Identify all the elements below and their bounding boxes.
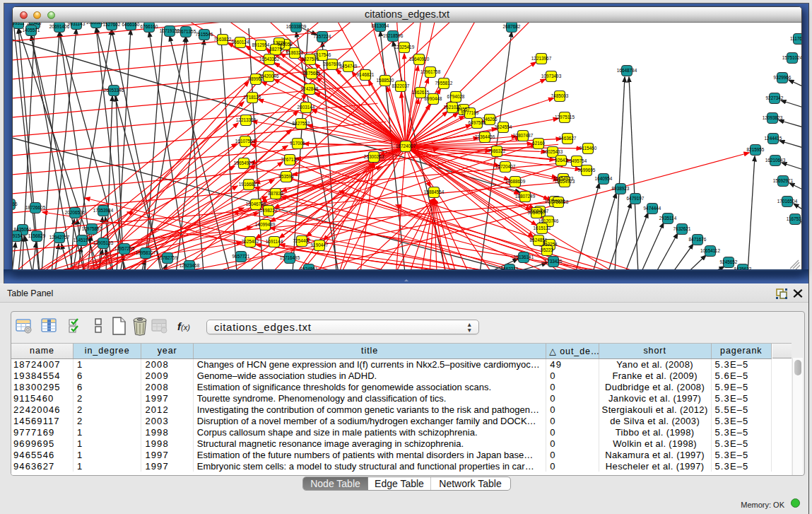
svg-text:1588520: 1588520 — [377, 78, 394, 83]
svg-text:38275: 38275 — [269, 47, 282, 52]
svg-text:8427552: 8427552 — [293, 121, 310, 126]
svg-text:1156829: 1156829 — [28, 233, 46, 238]
svg-text:8938923: 8938923 — [612, 186, 630, 191]
svg-text:7515546: 7515546 — [196, 32, 213, 37]
svg-text:12975115: 12975115 — [555, 115, 575, 119]
svg-text:20206536: 20206536 — [65, 210, 86, 215]
svg-text:2718126: 2718126 — [244, 95, 261, 100]
svg-text:15884554: 15884554 — [424, 189, 445, 194]
svg-text:8813054: 8813054 — [372, 23, 389, 28]
svg-text:252254: 252254 — [542, 242, 558, 247]
svg-text:10671355: 10671355 — [176, 29, 196, 34]
svg-text:9190447: 9190447 — [311, 243, 329, 247]
svg-text:8454749: 8454749 — [340, 64, 358, 69]
svg-text:9660124: 9660124 — [232, 40, 249, 45]
svg-text:989962: 989962 — [248, 76, 264, 81]
svg-text:1405571: 1405571 — [23, 28, 40, 33]
svg-text:39154: 39154 — [13, 233, 23, 238]
svg-text:15692971: 15692971 — [773, 178, 794, 183]
svg-text:16648784: 16648784 — [617, 68, 637, 73]
svg-text:9227342: 9227342 — [766, 95, 784, 100]
svg-text:92643: 92643 — [555, 158, 567, 163]
svg-text:18640910: 18640910 — [409, 57, 430, 62]
svg-text:14099489: 14099489 — [255, 222, 276, 227]
svg-text:1733426: 1733426 — [545, 259, 563, 264]
svg-text:1244415: 1244415 — [765, 136, 782, 141]
svg-text:8215955: 8215955 — [747, 147, 765, 152]
svg-text:16033809: 16033809 — [286, 24, 307, 29]
svg-text:746266: 746266 — [482, 117, 498, 122]
svg-text:10654112: 10654112 — [700, 248, 720, 253]
svg-text:1615132: 1615132 — [534, 226, 551, 230]
svg-text:1145194: 1145194 — [73, 238, 91, 243]
svg-text:9657721: 9657721 — [233, 254, 250, 259]
svg-text:18807249: 18807249 — [515, 194, 536, 199]
svg-text:1498222: 1498222 — [260, 208, 278, 213]
svg-text:21300263: 21300263 — [364, 154, 384, 159]
svg-text:15720407: 15720407 — [495, 164, 516, 169]
svg-text:7485003: 7485003 — [551, 93, 569, 98]
svg-text:10807487: 10807487 — [513, 133, 534, 138]
svg-text:8435061: 8435061 — [14, 227, 32, 232]
svg-text:953594: 953594 — [278, 174, 294, 179]
svg-text:21364436: 21364436 — [475, 134, 495, 139]
svg-text:18724007: 18724007 — [396, 144, 416, 148]
svg-text:12325419: 12325419 — [394, 45, 415, 49]
svg-text:12942757: 12942757 — [49, 235, 70, 240]
svg-text:10961758: 10961758 — [420, 69, 441, 74]
svg-text:9329966: 9329966 — [774, 75, 792, 80]
svg-text:1362615: 1362615 — [412, 90, 430, 95]
svg-text:9463627: 9463627 — [559, 136, 577, 141]
svg-text:9699695: 9699695 — [578, 168, 596, 173]
svg-text:2935114: 2935114 — [659, 216, 677, 221]
svg-text:7955812: 7955812 — [435, 81, 453, 86]
svg-text:16543362: 16543362 — [259, 57, 280, 62]
svg-text:8912954: 8912954 — [252, 42, 270, 47]
svg-text:15136141: 15136141 — [514, 255, 534, 259]
svg-text:19654923: 19654923 — [234, 160, 254, 165]
svg-text:2803144: 2803144 — [298, 105, 315, 110]
svg-text:6466160: 6466160 — [122, 23, 140, 27]
svg-text:13226: 13226 — [273, 40, 286, 45]
svg-text:99311: 99311 — [13, 23, 25, 25]
svg-text:887833: 887833 — [268, 191, 283, 196]
svg-text:7632621: 7632621 — [673, 226, 691, 231]
svg-text:3267130: 3267130 — [281, 157, 299, 162]
svg-text:10975887: 10975887 — [82, 226, 102, 231]
svg-text:17353934: 17353934 — [93, 208, 114, 213]
svg-text:210467: 210467 — [27, 23, 42, 25]
svg-text:9115460: 9115460 — [579, 146, 597, 151]
svg-text:7254402: 7254402 — [293, 238, 311, 243]
svg-text:9242848: 9242848 — [301, 86, 319, 91]
svg-text:9084067: 9084067 — [528, 210, 546, 215]
svg-text:917006: 917006 — [290, 141, 305, 146]
svg-text:16782759: 16782759 — [158, 255, 178, 260]
svg-text:1117625: 1117625 — [790, 36, 801, 41]
svg-text:15716485: 15716485 — [280, 255, 300, 260]
svg-text:7663822: 7663822 — [214, 37, 232, 42]
svg-text:16107552: 16107552 — [235, 139, 256, 144]
svg-text:10025433: 10025433 — [543, 149, 563, 154]
svg-text:9146821: 9146821 — [357, 72, 375, 77]
svg-text:15495754: 15495754 — [567, 158, 587, 163]
svg-text:10958107: 10958107 — [136, 250, 156, 255]
svg-text:9245652: 9245652 — [720, 259, 738, 264]
svg-text:17957255: 17957255 — [114, 246, 135, 251]
svg-text:10973493: 10973493 — [541, 74, 562, 78]
svg-text:7625402: 7625402 — [242, 239, 259, 244]
svg-text:6794028: 6794028 — [447, 94, 465, 99]
svg-text:15751024: 15751024 — [782, 55, 801, 60]
svg-text:1527602: 1527602 — [103, 23, 121, 27]
svg-text:8186328: 8186328 — [286, 50, 304, 55]
svg-text:9327505: 9327505 — [302, 57, 319, 62]
svg-text:1167534: 1167534 — [787, 216, 801, 221]
svg-text:17016504: 17016504 — [777, 199, 798, 204]
svg-text:2867608: 2867608 — [324, 62, 341, 66]
svg-text:20691406: 20691406 — [49, 24, 70, 29]
svg-text:3624554: 3624554 — [495, 124, 512, 129]
svg-text:16120746: 16120746 — [539, 218, 559, 223]
svg-text:7517546: 7517546 — [314, 52, 331, 57]
svg-text:3875685: 3875685 — [303, 71, 321, 76]
svg-text:212266: 212266 — [13, 201, 18, 206]
svg-text:19218596: 19218596 — [383, 33, 404, 38]
